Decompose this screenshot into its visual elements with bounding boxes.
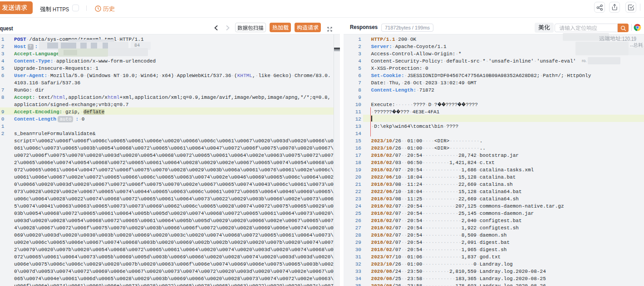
- svg-text:?: ?: [463, 103, 465, 106]
- svg-text:?: ?: [393, 110, 395, 113]
- svg-text:?: ?: [459, 103, 461, 106]
- svg-text:?: ?: [438, 103, 440, 106]
- svg-text:?: ?: [398, 110, 399, 113]
- svg-text:?: ?: [442, 103, 444, 106]
